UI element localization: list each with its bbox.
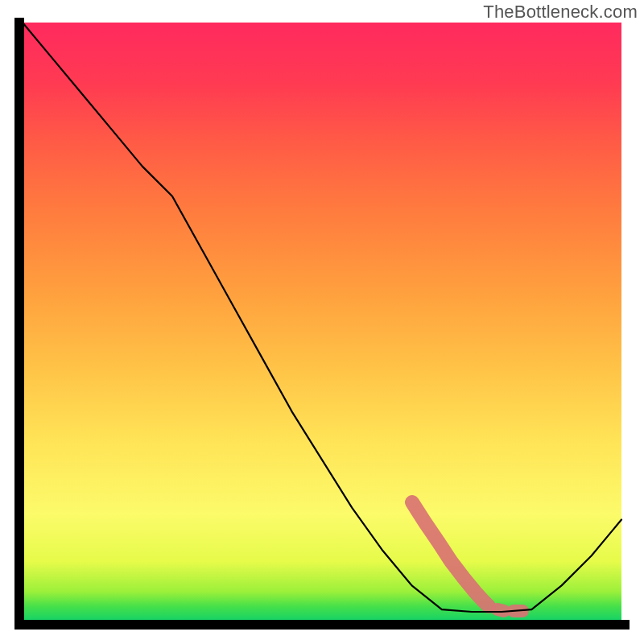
watermark-text: TheBottleneck.com <box>483 2 638 23</box>
plot-gradient-background <box>23 23 621 621</box>
y-axis <box>14 18 24 628</box>
x-axis <box>14 620 630 630</box>
bottleneck-chart: TheBottleneck.com <box>0 0 644 644</box>
